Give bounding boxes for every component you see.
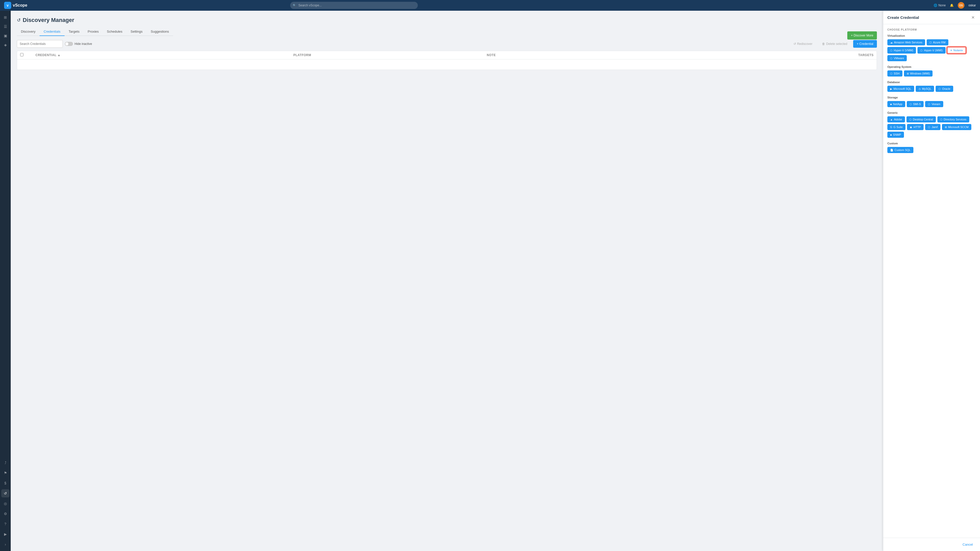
search-input[interactable] bbox=[290, 2, 418, 9]
virtualization-buttons: ☁ Amazon Web Services ⬡ Azure RM ⬡ Hyper… bbox=[887, 39, 976, 61]
panel-close-button[interactable]: ✕ bbox=[970, 14, 976, 21]
section-storage-title: Storage bbox=[887, 96, 976, 99]
platform-btn-custom-sql[interactable]: 📄 Custom SQL bbox=[887, 147, 913, 153]
nutanix-icon: ✕ bbox=[950, 49, 952, 52]
credentials-table: Credential ▲ Platform Note Targets bbox=[17, 51, 877, 70]
app-logo[interactable]: v vScope bbox=[4, 2, 27, 9]
sidebar-item-expand[interactable]: › bbox=[1, 540, 10, 548]
page-icon: ↺ bbox=[17, 17, 21, 23]
database-buttons: ▶ Microsoft SQL ◷ MySQL ⬡ Oracle bbox=[887, 86, 976, 92]
sidebar-item-flag[interactable]: ⚑ bbox=[1, 469, 10, 477]
sidebar-item-table[interactable]: ☰ bbox=[1, 22, 10, 30]
azure-icon: ⬡ bbox=[929, 41, 932, 44]
discover-more-button[interactable]: + Discover More bbox=[847, 32, 877, 40]
sidebar-item-share[interactable]: ⤴ bbox=[1, 459, 10, 467]
section-virtualization: Virtualization ☁ Amazon Web Services ⬡ A… bbox=[887, 34, 976, 61]
panel-footer: Cancel bbox=[883, 538, 980, 551]
storage-buttons: ■ NetApp ⬡ SMI-S ⬡ Veeam bbox=[887, 101, 976, 107]
tab-targets[interactable]: Targets bbox=[65, 27, 84, 36]
oracle-icon: ⬡ bbox=[939, 87, 941, 90]
platform-btn-snmp[interactable]: ■ SNMP bbox=[887, 132, 904, 138]
gsuite-icon: G bbox=[890, 126, 892, 129]
tab-proxies[interactable]: Proxies bbox=[83, 27, 103, 36]
sidebar-item-video[interactable]: ▶ bbox=[1, 530, 10, 538]
platform-btn-smi-s[interactable]: ⬡ SMI-S bbox=[907, 101, 924, 107]
panel-header: Create Credential ✕ bbox=[883, 11, 980, 24]
search-icon: 🔍 bbox=[293, 4, 296, 7]
page-title: Discovery Manager bbox=[23, 17, 74, 24]
credential-search-input[interactable] bbox=[17, 40, 63, 48]
tab-credentials[interactable]: Credentials bbox=[40, 27, 65, 36]
page-header: ↺ Discovery Manager bbox=[17, 17, 877, 24]
rediscover-button[interactable]: ↺ Rediscover bbox=[790, 40, 816, 48]
tab-discovery[interactable]: Discovery bbox=[17, 27, 40, 36]
user-avatar[interactable]: OS bbox=[958, 2, 964, 9]
platform-btn-desktop-central[interactable]: ⬡ Desktop Central bbox=[907, 116, 936, 122]
platform-btn-jamf[interactable]: ⬡ Jamf bbox=[925, 124, 940, 130]
section-storage: Storage ■ NetApp ⬡ SMI-S ⬡ Veeam bbox=[887, 96, 976, 107]
main-content: ↺ Discovery Manager Discovery Credential… bbox=[11, 11, 883, 551]
globe-icon: 🌐 bbox=[934, 3, 937, 7]
platform-btn-oracle[interactable]: ⬡ Oracle bbox=[935, 86, 953, 92]
platform-btn-adobe[interactable]: ▲ Adobe bbox=[887, 116, 905, 122]
notifications-icon[interactable]: 🔔 bbox=[950, 3, 954, 7]
sidebar-item-discovery[interactable]: ↺ bbox=[1, 489, 10, 497]
location-badge[interactable]: 🌐 None bbox=[934, 3, 946, 7]
platform-btn-netapp[interactable]: ■ NetApp bbox=[887, 101, 905, 107]
sidebar-item-tag[interactable]: ◈ bbox=[1, 41, 10, 49]
delete-selected-button[interactable]: 🗑 Delete selected bbox=[818, 40, 851, 48]
select-all-checkbox[interactable] bbox=[20, 53, 24, 56]
rediscover-icon: ↺ bbox=[794, 42, 796, 46]
os-buttons: ⬡ SSH ⊞ Windows (WMI) bbox=[887, 70, 976, 76]
sidebar-item-grid[interactable]: ⊞ bbox=[1, 13, 10, 21]
tab-schedules[interactable]: Schedules bbox=[103, 27, 127, 36]
sidebar: ⊞ ☰ ▣ ◈ ⤴ ⚑ $ ↺ ◎ ⚙ ? ▶ › bbox=[0, 11, 11, 551]
sidebar-item-gear[interactable]: ⚙ bbox=[1, 510, 10, 518]
sidebar-item-network[interactable]: ◎ bbox=[1, 499, 10, 508]
directory-services-icon: ⬡ bbox=[940, 118, 942, 121]
platform-btn-hyper-v-wmi[interactable]: ⬡ Hyper-V (WMI) bbox=[918, 47, 945, 54]
platform-btn-microsoft-sql[interactable]: ▶ Microsoft SQL bbox=[887, 86, 914, 92]
platform-btn-http[interactable]: ◉ HTTP bbox=[907, 124, 924, 130]
platform-btn-nutanix[interactable]: ✕ Nutanix bbox=[947, 47, 966, 54]
col-note: Note bbox=[487, 53, 745, 57]
sidebar-item-window[interactable]: ▣ bbox=[1, 32, 10, 40]
username: oskar bbox=[969, 3, 976, 7]
platform-btn-hyper-v-vmm[interactable]: ⬡ Hyper-V (VMM) bbox=[887, 47, 916, 54]
table-empty-state bbox=[17, 59, 877, 70]
platform-btn-ssh[interactable]: ⬡ SSH bbox=[887, 70, 902, 76]
col-platform[interactable]: Platform bbox=[293, 53, 487, 57]
hide-inactive-toggle[interactable] bbox=[65, 42, 73, 46]
toolbar: Hide inactive ↺ Rediscover 🗑 Delete sele… bbox=[17, 40, 877, 48]
platform-btn-azure-rm[interactable]: ⬡ Azure RM bbox=[927, 39, 948, 45]
section-database-title: Database bbox=[887, 81, 976, 84]
desktop-central-icon: ⬡ bbox=[909, 118, 912, 121]
platform-btn-amazon-web-services[interactable]: ☁ Amazon Web Services bbox=[887, 39, 925, 45]
tab-settings[interactable]: Settings bbox=[127, 27, 147, 36]
section-operating-system: Operating System ⬡ SSH ⊞ Windows (WMI) bbox=[887, 65, 976, 76]
platform-btn-veeam[interactable]: ⬡ Veeam bbox=[925, 101, 943, 107]
windows-icon: ⊞ bbox=[907, 72, 909, 75]
platform-btn-mysql[interactable]: ◷ MySQL bbox=[916, 86, 934, 92]
section-generic: Generic ▲ Adobe ⬡ Desktop Central ⬡ Dire… bbox=[887, 111, 976, 138]
choose-platform-label: CHOOSE PLATFORM bbox=[887, 28, 976, 31]
tabs: Discovery Credentials Targets Proxies Sc… bbox=[17, 27, 173, 36]
col-credential[interactable]: Credential ▲ bbox=[35, 53, 293, 57]
col-targets[interactable]: Targets bbox=[745, 53, 873, 57]
sidebar-item-help[interactable]: ? bbox=[1, 520, 10, 528]
custom-sql-icon: 📄 bbox=[890, 149, 893, 151]
section-generic-title: Generic bbox=[887, 111, 976, 114]
jamf-icon: ⬡ bbox=[928, 126, 930, 129]
http-icon: ◉ bbox=[910, 126, 912, 129]
platform-btn-windows-wmi[interactable]: ⊞ Windows (WMI) bbox=[904, 70, 933, 76]
custom-buttons: 📄 Custom SQL bbox=[887, 147, 976, 153]
tab-suggestions[interactable]: Suggestions bbox=[147, 27, 173, 36]
topnav-right: 🌐 None 🔔 OS oskar bbox=[934, 2, 976, 9]
platform-btn-vmware[interactable]: ⬡ VMware bbox=[887, 55, 907, 61]
sidebar-item-dollar[interactable]: $ bbox=[1, 479, 10, 487]
add-credential-button[interactable]: + Credential bbox=[853, 40, 877, 48]
platform-btn-g-suite[interactable]: G G Suite bbox=[887, 124, 905, 130]
cancel-button[interactable]: Cancel bbox=[959, 541, 976, 548]
platform-btn-directory-services[interactable]: ⬡ Directory Services bbox=[937, 116, 969, 122]
platform-btn-microsoft-sccm[interactable]: ⊞ Microsoft SCCM bbox=[942, 124, 971, 130]
